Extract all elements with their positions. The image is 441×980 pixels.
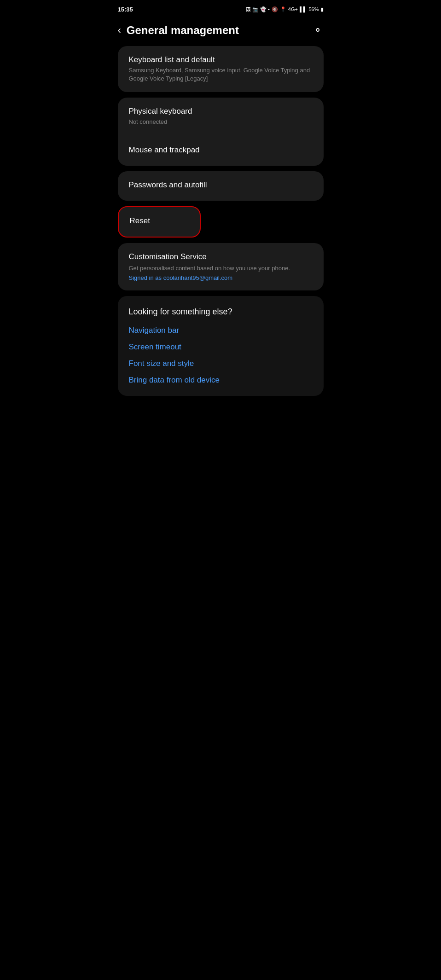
keyboard-list-item[interactable]: Keyboard list and default Samsung Keyboa… xyxy=(118,46,324,92)
mouse-trackpad-title: Mouse and trackpad xyxy=(129,145,313,155)
font-size-link[interactable]: Font size and style xyxy=(129,359,313,368)
passwords-item[interactable]: Passwords and autofill xyxy=(118,171,324,201)
customisation-title: Customisation Service xyxy=(129,252,313,261)
keyboard-mouse-card: Physical keyboard Not connected Mouse an… xyxy=(118,98,324,165)
page-header: ‹ General management ⚬ xyxy=(110,17,331,46)
page-title: General management xyxy=(127,24,239,37)
reset-item[interactable]: Reset xyxy=(118,206,201,238)
status-time: 15:35 xyxy=(118,6,133,13)
physical-keyboard-title: Physical keyboard xyxy=(129,107,313,116)
mute-icon: 🔇 xyxy=(272,6,278,12)
battery-percent: 56% xyxy=(308,6,319,12)
physical-keyboard-item[interactable]: Physical keyboard Not connected xyxy=(118,98,324,135)
search-button[interactable]: ⚬ xyxy=(313,24,322,36)
notification-icons: 🖼 📷 👻 • xyxy=(246,6,270,12)
keyboard-list-title: Keyboard list and default xyxy=(129,55,313,64)
looking-section: Looking for something else? Navigation b… xyxy=(118,296,324,396)
reset-title: Reset xyxy=(130,216,189,226)
back-button[interactable]: ‹ xyxy=(118,24,121,36)
signal-icon: ▌▌ xyxy=(300,6,307,12)
customisation-subtitle: Get personalised content based on how yo… xyxy=(129,264,313,273)
navigation-bar-link[interactable]: Navigation bar xyxy=(129,326,313,335)
status-bar: 15:35 🖼 📷 👻 • 🔇 📍 4G+ ▌▌ 56% ▮ xyxy=(110,0,331,17)
customisation-signed-in: Signed in as coolarihant95@gmail.com xyxy=(129,274,313,281)
status-icons: 🖼 📷 👻 • 🔇 📍 4G+ ▌▌ 56% ▮ xyxy=(246,6,324,12)
battery-icon: ▮ xyxy=(321,6,324,12)
bring-data-link[interactable]: Bring data from old device xyxy=(129,376,313,385)
keyboard-list-subtitle: Samsung Keyboard, Samsung voice input, G… xyxy=(129,66,313,83)
network-type: 4G+ xyxy=(288,6,298,12)
physical-keyboard-subtitle: Not connected xyxy=(129,118,313,126)
mouse-trackpad-item[interactable]: Mouse and trackpad xyxy=(118,136,324,166)
content-area: Keyboard list and default Samsung Keyboa… xyxy=(110,46,331,396)
header-left: ‹ General management xyxy=(118,24,239,37)
passwords-title: Passwords and autofill xyxy=(129,180,313,190)
screen-timeout-link[interactable]: Screen timeout xyxy=(129,342,313,352)
location-icon: 📍 xyxy=(280,6,286,12)
looking-title: Looking for something else? xyxy=(129,307,313,317)
customisation-item[interactable]: Customisation Service Get personalised c… xyxy=(118,243,324,290)
